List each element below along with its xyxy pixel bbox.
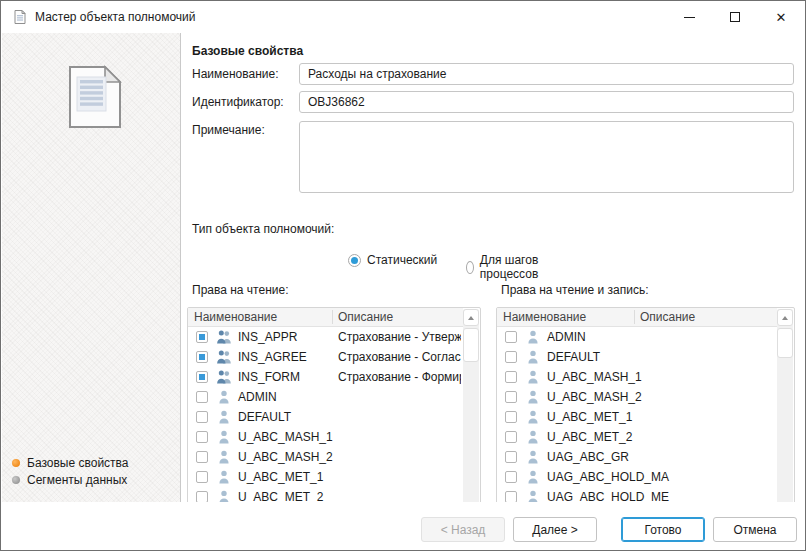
unchecked-checkbox[interactable] [505,431,517,443]
vertical-scrollbar[interactable] [777,309,793,528]
row-description: Страхование - Согласован [338,347,461,367]
user-icon [525,430,541,444]
unchecked-checkbox[interactable] [505,391,517,403]
checked-checkbox[interactable] [196,371,208,383]
user-icon [216,450,232,464]
unchecked-checkbox[interactable] [196,431,208,443]
minimize-icon [684,17,695,18]
checked-checkbox[interactable] [196,351,208,363]
unchecked-checkbox[interactable] [196,451,208,463]
list-item[interactable]: U_ABC_MET_1 [188,467,463,487]
scroll-up-button[interactable] [463,309,479,326]
scroll-up-button[interactable] [777,309,793,326]
radio-selected-icon [348,254,361,267]
list-item[interactable]: U_ABC_MASH_2 [188,447,463,467]
list-header: Наименование Описание [497,308,777,327]
row-name: INS_APPR [238,327,297,347]
identifier-input[interactable] [299,91,794,113]
maximize-icon [730,12,740,22]
user-icon [525,370,541,384]
list-item[interactable]: U_ABC_MASH_1 [188,427,463,447]
unchecked-checkbox[interactable] [196,391,208,403]
list-item[interactable]: U_ABC_MASH_1 [497,367,777,387]
name-input[interactable] [299,63,794,85]
scrollbar-thumb[interactable] [463,328,479,362]
page-title: Базовые свойства [192,44,303,58]
permission-type-label: Тип объекта полномочий: [192,222,334,236]
step-data-segments[interactable]: Сегменты данных [12,471,129,488]
row-name: ADMIN [547,327,586,347]
unchecked-checkbox[interactable] [505,411,517,423]
step-label: Базовые свойства [27,456,129,470]
back-button[interactable]: < Назад [421,517,505,542]
list-item[interactable]: U_ABC_MASH_2 [497,387,777,407]
column-header-name[interactable]: Наименование [503,308,586,326]
document-icon [12,9,28,25]
column-header-description[interactable]: Описание [338,308,393,326]
row-name: UAG_ABC_GR [547,447,629,467]
column-header-name[interactable]: Наименование [194,308,277,326]
list-rows: ADMINDEFAULTU_ABC_MASH_1U_ABC_MASH_2U_AB… [497,327,777,529]
user-icon [216,470,232,484]
read-write-rights-list: Наименование Описание ADMINDEFAULTU_ABC_… [496,307,795,530]
unchecked-checkbox[interactable] [505,471,517,483]
scrollbar-thumb[interactable] [777,328,793,358]
vertical-scrollbar[interactable] [463,309,479,528]
list-item[interactable]: ADMIN [497,327,777,347]
cancel-button[interactable]: Отмена [713,517,797,542]
unchecked-checkbox[interactable] [505,331,517,343]
list-item[interactable]: INS_FORMСтрахование - Формирован [188,367,463,387]
user-icon [525,450,541,464]
minimize-button[interactable] [666,2,712,32]
radio-label: Для шагов процессов [480,253,544,281]
main-panel: Базовые свойства Наименование: Идентифик… [181,33,804,504]
close-icon: ✕ [776,11,787,24]
unchecked-checkbox[interactable] [196,411,208,423]
row-name: U_ABC_MASH_2 [238,447,333,467]
unchecked-checkbox[interactable] [196,471,208,483]
row-name: U_ABC_MASH_1 [238,427,333,447]
close-button[interactable]: ✕ [758,2,804,32]
list-item[interactable]: UAG_ABC_GR [497,447,777,467]
group-icon [216,330,232,344]
row-name: U_ABC_MET_2 [547,427,632,447]
note-textarea[interactable] [299,121,794,193]
user-icon [525,470,541,484]
radio-label: Статический [367,253,437,267]
radio-static[interactable]: Статический [348,253,437,267]
unchecked-checkbox[interactable] [505,351,517,363]
finish-button[interactable]: Готово [621,517,705,542]
unchecked-checkbox[interactable] [505,451,517,463]
titlebar: Мастер объекта полномочий ✕ [1,1,805,33]
read-rights-label: Права на чтение: [192,283,288,297]
note-label: Примечание: [192,123,265,137]
arrow-up-icon [782,316,788,320]
active-step-bullet-icon [12,459,20,467]
user-icon [216,390,232,404]
permission-object-wizard-window: Мастер объекта полномочий ✕ Б [0,0,806,551]
list-item[interactable]: U_ABC_MET_2 [497,427,777,447]
column-header-description[interactable]: Описание [640,308,695,326]
maximize-button[interactable] [712,2,758,32]
list-item[interactable]: DEFAULT [188,407,463,427]
list-rows: INS_APPRСтрахование - УтвержденINS_AGREE… [188,327,463,529]
list-header: Наименование Описание [188,308,463,327]
list-item[interactable]: UAG_ABC_HOLD_MA [497,467,777,487]
radio-process-steps[interactable]: Для шагов процессов [466,253,543,281]
inactive-step-bullet-icon [12,476,20,484]
window-title: Мастер объекта полномочий [35,1,195,33]
step-basic-properties[interactable]: Базовые свойства [12,454,129,471]
list-item[interactable]: INS_APPRСтрахование - Утвержден [188,327,463,347]
list-item[interactable]: INS_AGREEСтрахование - Согласован [188,347,463,367]
list-item[interactable]: DEFAULT [497,347,777,367]
document-illustration-icon [57,61,137,135]
list-item[interactable]: U_ABC_MET_1 [497,407,777,427]
wizard-sidebar: Базовые свойства Сегменты данных [2,33,181,504]
row-name: U_ABC_MET_1 [238,467,323,487]
next-button[interactable]: Далее > [513,517,597,542]
row-name: DEFAULT [547,347,600,367]
unchecked-checkbox[interactable] [505,371,517,383]
list-item[interactable]: ADMIN [188,387,463,407]
row-description: Страхование - Утвержден [338,327,461,347]
checked-checkbox[interactable] [196,331,208,343]
